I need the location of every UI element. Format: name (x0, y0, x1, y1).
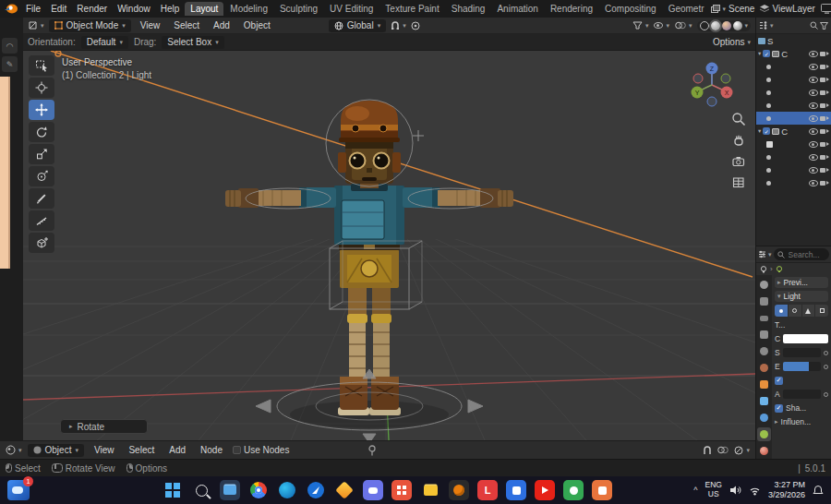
shader-type-dropdown[interactable]: Object ▾ (28, 444, 84, 457)
properties-search-input[interactable] (787, 249, 825, 260)
camera-icon[interactable] (820, 128, 829, 135)
editor-type-button[interactable]: ▾ (6, 445, 22, 455)
tool-annotate[interactable] (29, 188, 54, 209)
tab-physics[interactable] (757, 411, 771, 425)
eye-icon[interactable] (809, 115, 818, 122)
expand-caret-icon[interactable]: ▾ (758, 127, 761, 135)
camera-icon[interactable] (820, 154, 829, 161)
eye-icon[interactable] (809, 64, 818, 70)
workspace-tab-sculpting[interactable]: Sculpting (274, 2, 323, 16)
app-orange-button[interactable] (592, 480, 612, 500)
outliner-row-scene[interactable]: S (756, 34, 831, 47)
magnet-icon[interactable] (703, 446, 712, 455)
taskbar-clock[interactable]: 3:27 PM 3/29/2026 (768, 480, 805, 500)
outliner-row-collection[interactable]: ▾ ✓ C (756, 125, 831, 138)
outliner-row-object[interactable] (756, 99, 831, 112)
proportional-editing-toggle[interactable] (411, 21, 420, 30)
workspace-tab-uv-editing[interactable]: UV Editing (324, 2, 379, 16)
gizmos-toggle[interactable]: ▾ (675, 21, 692, 30)
snap-toggle[interactable]: ▾ (391, 21, 406, 30)
tool-scale[interactable] (29, 144, 54, 164)
viewport-canvas[interactable] (23, 51, 755, 440)
camera-icon[interactable] (820, 102, 829, 109)
properties-search[interactable] (774, 248, 829, 260)
camera-icon[interactable] (820, 90, 829, 96)
snapping-dropdown[interactable]: ▾ (734, 446, 750, 455)
workspace-tab-layout[interactable]: Layout (185, 2, 223, 16)
tab-material[interactable] (757, 444, 771, 458)
keyframe-dot-icon[interactable] (824, 365, 828, 369)
camera-icon[interactable] (820, 167, 829, 174)
language-indicator[interactable]: ENG US (705, 481, 722, 499)
app-diamond-button[interactable] (334, 480, 355, 500)
menu-file[interactable]: File (21, 3, 45, 15)
menu-view[interactable]: View (136, 19, 165, 31)
expand-caret-icon[interactable]: ▾ (758, 50, 761, 57)
light-type-sun[interactable] (789, 305, 802, 317)
rendered-shading-button[interactable] (733, 21, 742, 30)
camera-icon[interactable] (820, 77, 829, 83)
menu-select[interactable]: Select (124, 444, 159, 456)
menu-render[interactable]: Render (72, 3, 112, 15)
use-nodes-checkbox[interactable] (233, 446, 241, 454)
influence-panel-header[interactable]: ▸ Influen... (775, 416, 828, 427)
widgets-button[interactable]: 1 (7, 480, 30, 500)
filter-icon[interactable] (820, 22, 828, 30)
option-checkbox[interactable]: ✓ (775, 377, 783, 385)
pin-icon[interactable] (367, 445, 377, 456)
operator-panel[interactable]: ▸ Rotate (60, 419, 148, 434)
tab-render[interactable] (757, 294, 771, 308)
light-type-spot[interactable] (802, 305, 816, 317)
collection-checkbox[interactable]: ✓ (763, 127, 770, 135)
app-l-button[interactable]: L (477, 480, 498, 500)
outliner-row-collection[interactable]: ▾ ✓ C (756, 47, 831, 60)
overlay-circles-icon[interactable] (717, 446, 729, 454)
zoom-icon[interactable] (731, 112, 746, 126)
transform-orientation-dropdown[interactable]: Global ▾ (329, 19, 386, 32)
solid-shading-button[interactable] (711, 21, 720, 30)
blender-logo-icon[interactable] (4, 3, 18, 15)
eye-icon[interactable] (809, 77, 818, 83)
blender-button[interactable] (449, 480, 469, 500)
file-explorer-button[interactable] (220, 480, 240, 500)
menu-edit[interactable]: Edit (46, 3, 71, 15)
material-shading-button[interactable] (722, 21, 731, 30)
outliner-row-object[interactable] (756, 150, 831, 163)
workspace-tab-compositing[interactable]: Compositing (599, 2, 662, 16)
outliner-row-object[interactable] (756, 73, 831, 86)
menu-help[interactable]: Help (156, 3, 185, 15)
app-blue-button[interactable] (506, 480, 526, 500)
tool-transform[interactable] (29, 166, 54, 186)
browser-button[interactable] (306, 480, 326, 500)
editor-type-button[interactable]: ▾ (28, 20, 44, 30)
tab-tool[interactable] (757, 278, 771, 292)
outliner-row-object[interactable] (756, 163, 831, 176)
workspace-tab-rendering[interactable]: Rendering (545, 2, 598, 16)
workspace-tab-modeling[interactable]: Modeling (224, 2, 273, 16)
light-data-icon[interactable] (760, 266, 767, 273)
notification-bell-icon[interactable] (813, 485, 824, 496)
eye-icon[interactable] (809, 154, 818, 161)
light-color-swatch[interactable] (783, 334, 828, 343)
outliner-row-object[interactable] (756, 86, 831, 99)
edge-button[interactable] (277, 480, 297, 500)
tab-world[interactable] (757, 361, 771, 375)
tool-rotate[interactable] (29, 122, 54, 142)
new-window-icon[interactable] (821, 4, 831, 14)
tray-expand-chevron[interactable]: ^ (693, 486, 697, 495)
eye-icon[interactable] (809, 180, 818, 186)
eye-icon[interactable] (809, 141, 818, 148)
discord-button[interactable] (363, 480, 383, 500)
eye-icon[interactable] (809, 90, 818, 96)
tab-output[interactable] (757, 311, 771, 325)
preview-panel-header[interactable]: ▸ Previ... (775, 277, 828, 288)
menu-object[interactable]: Object (239, 19, 275, 31)
tool-select-box[interactable] (29, 55, 54, 76)
navigation-gizmo[interactable]: Z X Y (687, 60, 737, 110)
orientation-setting-dropdown[interactable]: Default ▾ (81, 36, 128, 49)
ortho-grid-icon[interactable] (731, 175, 746, 190)
camera-icon[interactable] (820, 115, 829, 122)
search-button[interactable] (191, 480, 211, 500)
eye-icon[interactable] (809, 128, 818, 135)
light-type-area[interactable] (815, 305, 828, 317)
